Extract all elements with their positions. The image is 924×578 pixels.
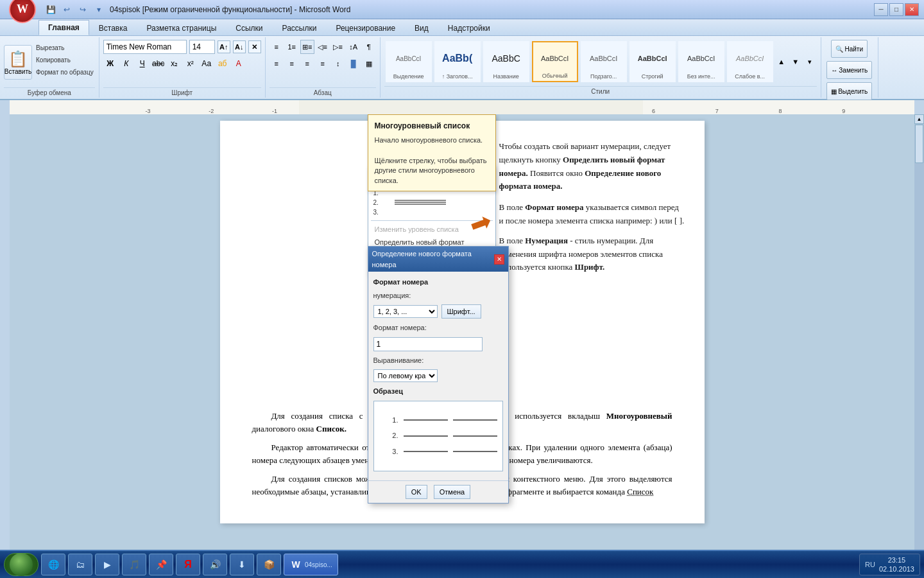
taskbar-yandex[interactable]: Я [176,554,200,575]
show-marks-btn[interactable]: ¶ [362,40,376,54]
office-logo: W [17,3,28,16]
styles-scroll-up[interactable]: ▲ [776,52,787,71]
dialog-close-btn[interactable]: ✕ [494,254,504,265]
taskbar-music[interactable]: 🎵 [122,554,146,575]
taskbar-pin[interactable]: 📌 [149,554,173,575]
case-btn[interactable]: Аа [200,57,214,71]
font-grow-btn[interactable]: A↑ [218,40,230,53]
style-normal[interactable]: AaBbCcI Обычный [532,41,578,82]
tab-mailings[interactable]: Рассылки [273,21,327,35]
bold-btn[interactable]: Ж [103,57,117,71]
find-btn[interactable]: 🔍 Найти [831,40,868,58]
scroll-track[interactable] [914,124,924,550]
align-left-btn[interactable]: ≡ [270,57,284,71]
subscript-btn[interactable]: x₂ [167,57,182,71]
cut-btn[interactable]: Вырезать [35,44,95,56]
font-clear-btn[interactable]: ✕ [248,40,261,53]
outdent-btn[interactable]: ◁≡ [316,40,330,54]
taskbar-ie[interactable]: 🌐 [41,554,65,575]
italic-btn[interactable]: К [119,57,133,71]
align-right-btn[interactable]: ≡ [300,57,314,71]
format-number-input[interactable] [373,337,483,351]
numbering-btn[interactable]: 1≡ [285,40,299,54]
scroll-up-btn[interactable]: ▲ [914,114,924,124]
style-heading[interactable]: AaBb( ↑ Заголов... [434,41,481,82]
select-btn[interactable]: ▦ Выделить [826,82,872,100]
style-subtitle-name: Подзаго... [590,73,617,80]
replace-btn[interactable]: ↔ Заменить [826,61,872,79]
tab-addins[interactable]: Надстройки [438,21,500,35]
style-subtitle[interactable]: AaBbCcI Подзаго... [581,41,627,82]
style-heading-name: ↑ Заголов... [442,73,473,80]
style-normal-name: Обычный [542,73,568,79]
undo-btn[interactable]: ↩ [60,3,74,17]
align-select[interactable]: По левому краю [373,369,438,382]
justify-btn[interactable]: ≡ [316,57,330,71]
clipboard-label: Буфер обмена [4,87,95,96]
preview-num-3: 3. [379,446,398,457]
style-title[interactable]: AaBbC Название [483,41,529,82]
sort-btn[interactable]: ↕A [346,40,361,54]
dialog-ok-btn[interactable]: OK [406,485,427,499]
format-paint-btn[interactable]: Формат по образцу [35,69,95,80]
shading-btn[interactable]: █ [346,57,361,71]
tab-home[interactable]: Главная [38,20,89,35]
close-btn[interactable]: ✕ [905,3,919,16]
office-button[interactable]: W [9,0,36,23]
edit-group: 🔍 Найти ↔ Заменить ▦ Выделить Редактиров… [821,37,878,98]
indent-btn[interactable]: ▷≡ [331,40,345,54]
strikethrough-btn[interactable]: аbc [151,57,166,71]
paste-button[interactable]: 📋 Вставить [4,45,32,80]
font-dialog-btn[interactable]: Шрифт... [441,304,481,319]
scroll-thumb[interactable] [915,125,923,163]
style-strong[interactable]: AaBbCcI Строгий [629,41,676,82]
style-subtle[interactable]: AaBbCcI Слабое в... [727,41,773,82]
tab-references[interactable]: Ссылки [226,21,272,35]
tab-insert[interactable]: Вставка [89,21,137,35]
style-nospacer[interactable]: AaBbCcI Без инте... [678,41,724,82]
border-btn[interactable]: ▦ [362,57,376,71]
start-button[interactable] [4,553,38,576]
media-icon: ▶ [101,558,114,571]
taskbar-media[interactable]: ▶ [95,554,119,575]
taskbar-sound[interactable]: 🔊 [203,554,227,575]
taskbar: 🌐 🗂 ▶ 🎵 📌 Я 🔊 ⬇ 📦 W 04spiso... RU 23:15 … [0,550,924,578]
font-shrink-btn[interactable]: A↓ [233,40,246,53]
clipboard-secondary: Вырезать Копировать Формат по образцу [35,44,95,80]
font-color-btn[interactable]: A [232,57,246,71]
customize-btn[interactable]: ▾ [92,3,106,17]
copy-btn[interactable]: Копировать [35,57,95,68]
highlight-btn[interactable]: аб [216,57,230,71]
redo-btn[interactable]: ↪ [76,3,90,17]
dialog-cancel-btn[interactable]: Отмена [434,485,470,499]
styles-scroll-down[interactable]: ▼ [790,52,801,71]
left-margin [0,114,10,560]
style-selection[interactable]: AaBbCcI Выделение [386,41,432,82]
taskbar-explorer[interactable]: 🗂 [68,554,92,575]
doc-area[interactable]: Многоуровневый список Начало многоуровне… [10,114,914,560]
multilevel-btn[interactable]: ⊞≡ [300,40,314,54]
preview-row-2: 2. [379,430,497,441]
taskbar-word[interactable]: W 04spiso... [284,554,338,575]
align-center-btn[interactable]: ≡ [285,57,299,71]
line-spacing-btn[interactable]: ↕ [331,57,345,71]
underline-btn[interactable]: Ч [135,57,150,71]
minimize-btn[interactable]: ─ [874,3,888,16]
numbering-select[interactable]: 1, 2, 3, ... [373,305,438,318]
tab-review[interactable]: Рецензирование [326,21,405,35]
styles-expand[interactable]: ▾ [804,52,816,71]
font-size-box[interactable]: 14 [189,40,215,54]
select-label: Выделить [838,88,868,95]
tray-lang[interactable]: RU [865,561,875,568]
taskbar-download[interactable]: ⬇ [230,554,254,575]
taskbar-package[interactable]: 📦 [257,554,281,575]
superscript-btn[interactable]: x² [184,57,198,71]
maximize-btn[interactable]: □ [889,3,903,16]
dialog-section-format: Формат номера [373,277,503,288]
tab-page-layout[interactable]: Разметка страницы [137,21,226,35]
font-name-box[interactable]: Times New Roman [103,40,187,54]
font-group: Times New Roman 14 A↑ A↓ ✕ Ж К Ч аbc x₂ … [99,37,266,98]
tab-view[interactable]: Вид [405,21,438,35]
bullets-btn[interactable]: ≡ [270,40,284,54]
save-btn[interactable]: 💾 [44,3,58,17]
